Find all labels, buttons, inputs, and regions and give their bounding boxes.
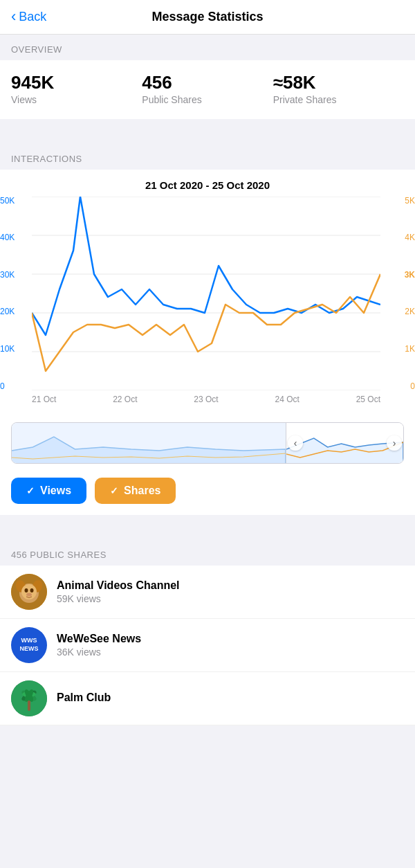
- svg-point-10: [21, 584, 37, 599]
- channel-info: Palm Club: [57, 691, 404, 705]
- y-left-3: 20K: [0, 307, 28, 316]
- x-label-0: 21 Oct: [32, 395, 56, 404]
- avatar: [11, 680, 47, 716]
- page-title: Message Statistics: [151, 10, 263, 24]
- mini-chart: ‹ ›: [11, 422, 404, 464]
- stat-views-value: 945K: [11, 73, 142, 93]
- public-shares-section: Animal Videos Channel 59K views WWS NEWS…: [0, 566, 415, 725]
- y-left-1: 40K: [0, 233, 28, 242]
- chart-y-labels-right: 5K 4K 3K 2K 1K 0: [385, 197, 415, 390]
- interactions-section: 21 Oct 2020 - 25 Oct 2020 50K 40K 30K 20…: [0, 170, 415, 515]
- animal-avatar-svg: [11, 574, 47, 610]
- avatar: [11, 574, 47, 610]
- channel-views: 59K views: [57, 593, 404, 604]
- stat-private-shares-value: ≈58K: [273, 73, 404, 93]
- chart-x-labels: 21 Oct 22 Oct 23 Oct 24 Oct 25 Oct: [32, 390, 380, 404]
- channel-list: Animal Videos Channel 59K views WWS NEWS…: [0, 566, 415, 725]
- channel-name: WeWeSee News: [57, 633, 404, 645]
- avatar: WWS NEWS: [11, 627, 47, 663]
- stat-views: 945K Views: [11, 73, 142, 105]
- chart-date-range: 21 Oct 2020 - 25 Oct 2020: [0, 170, 415, 197]
- back-label: Back: [19, 10, 46, 24]
- y-right-1: 4K: [387, 233, 415, 242]
- palm-avatar-svg: [11, 680, 47, 716]
- mini-chart-left: [12, 423, 286, 463]
- overview-section-header: OVERVIEW: [0, 35, 415, 60]
- chart-y-labels-left: 50K 40K 30K 20K 10K 0: [0, 197, 30, 390]
- y-left-5: 0: [0, 382, 28, 390]
- views-toggle-button[interactable]: ✓ Views: [11, 478, 86, 504]
- y-left-4: 10K: [0, 345, 28, 353]
- y-left-0: 50K: [0, 197, 28, 205]
- channel-info: WeWeSee News 36K views: [57, 633, 404, 658]
- mini-chart-left-svg: [12, 423, 286, 463]
- channel-info: Animal Videos Channel 59K views: [57, 579, 404, 604]
- svg-point-12: [30, 588, 34, 593]
- back-chevron-icon: ‹: [11, 9, 16, 24]
- y-right-4: 1K: [387, 345, 415, 353]
- mini-chart-right-svg: [286, 423, 403, 463]
- overview-stats: 945K Views 456 Public Shares ≈58K Privat…: [0, 60, 415, 119]
- views-check-icon: ✓: [26, 485, 35, 496]
- mini-chart-right[interactable]: ‹ ›: [286, 423, 403, 463]
- main-chart-svg: [32, 197, 380, 390]
- header: ‹ Back Message Statistics: [0, 0, 415, 35]
- views-toggle-label: Views: [40, 485, 71, 497]
- y-right-3: 2K: [387, 307, 415, 316]
- y-right-0: 5K: [387, 197, 415, 205]
- list-item[interactable]: WWS NEWS WeWeSee News 36K views: [0, 619, 415, 672]
- x-label-2: 23 Oct: [194, 395, 218, 404]
- stat-public-shares-label: Public Shares: [142, 94, 273, 105]
- list-item[interactable]: Animal Videos Channel 59K views: [0, 566, 415, 619]
- x-label-1: 22 Oct: [113, 395, 137, 404]
- stat-public-shares: 456 Public Shares: [142, 73, 273, 105]
- views-line: [32, 197, 380, 335]
- y-right-5: 0: [387, 382, 415, 390]
- y-left-2: 30K: [0, 271, 28, 279]
- shares-line: [32, 274, 380, 371]
- stat-views-label: Views: [11, 94, 142, 105]
- shares-check-icon: ✓: [110, 485, 118, 496]
- x-label-4: 25 Oct: [356, 395, 380, 404]
- svg-rect-15: [28, 700, 30, 711]
- channel-name: Palm Club: [57, 691, 404, 704]
- shares-toggle-button[interactable]: ✓ Shares: [95, 478, 176, 504]
- svg-point-11: [25, 588, 28, 593]
- stat-public-shares-value: 456: [142, 73, 273, 93]
- section-gap-1: [0, 119, 415, 144]
- stat-private-shares-label: Private Shares: [273, 94, 404, 105]
- mini-nav-right-button[interactable]: ›: [387, 435, 402, 451]
- back-button[interactable]: ‹ Back: [11, 10, 46, 24]
- chart-area: 50K 40K 30K 20K 10K 0 5K 4K 3K 2K 1K 0: [0, 197, 415, 418]
- mini-nav-left-button[interactable]: ‹: [288, 435, 303, 451]
- overview-section: 945K Views 456 Public Shares ≈58K Privat…: [0, 60, 415, 119]
- stat-private-shares: ≈58K Private Shares: [273, 73, 404, 105]
- channel-views: 36K views: [57, 647, 404, 658]
- section-gap-2: [0, 515, 415, 540]
- shares-toggle-label: Shares: [124, 485, 160, 497]
- channel-name: Animal Videos Channel: [57, 579, 404, 592]
- x-label-3: 24 Oct: [275, 395, 299, 404]
- toggle-buttons-container: ✓ Views ✓ Shares: [0, 471, 415, 515]
- interactions-section-header: INTERACTIONS: [0, 144, 415, 170]
- list-item[interactable]: Palm Club: [0, 672, 415, 725]
- y-right-2: 3K: [387, 271, 415, 279]
- svg-point-13: [26, 593, 32, 596]
- public-shares-section-header: 456 PUBLIC SHARES: [0, 540, 415, 566]
